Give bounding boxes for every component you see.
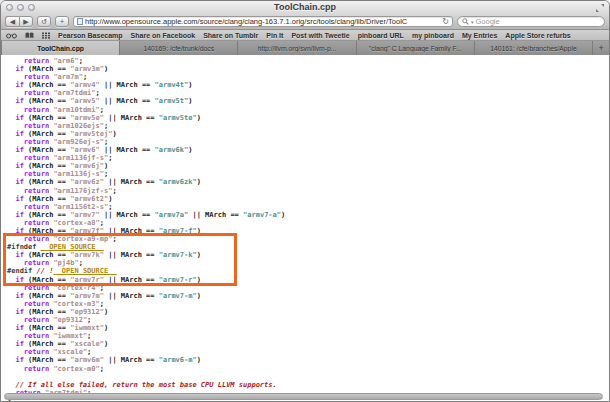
tab-4[interactable]: 140161: /cfe/branches/Apple (475, 41, 593, 55)
tab-label: http://llvm.org/svn/llvm-p... (258, 45, 337, 52)
code-line: if (MArch == "armv3m") (7, 65, 609, 73)
zoom-button[interactable] (28, 4, 35, 11)
tab-3[interactable]: "clang" C Language Family F... (357, 41, 475, 55)
code-line: if (MArch == "armv6t2") (7, 195, 609, 203)
code-line: if (MArch == "armv7m" || MArch == "armv7… (7, 292, 609, 300)
new-tab-toolbar-button[interactable]: + (55, 16, 69, 27)
top-sites-grid-icon[interactable] (42, 32, 50, 39)
reload-icon[interactable]: ↻ (442, 17, 449, 26)
code-line: return "arm1136jf-s"; (7, 154, 609, 162)
back-forward-group: ◀ ▶ (5, 16, 33, 27)
circular-arrow-icon: ↺ (41, 18, 47, 25)
search-icon (462, 18, 469, 25)
url-text[interactable]: http://www.opensource.apple.com/source/c… (85, 17, 440, 26)
bookmark-item[interactable]: pinboard URL (358, 32, 404, 39)
bookmark-item[interactable]: Pearson Basecamp (58, 32, 123, 39)
bookmark-item[interactable]: Pin It (266, 32, 283, 39)
bookmark-item[interactable]: Share on Facebook (131, 32, 196, 39)
code-line: if (MArch == "armv6m" || MArch == "armv6… (7, 356, 609, 364)
page-content: return "arm6"; if (MArch == "armv3m") re… (1, 55, 609, 401)
close-button[interactable] (6, 4, 13, 11)
tab-label: "clang" C Language Family F... (369, 45, 462, 52)
reading-list-glasses-icon[interactable] (6, 32, 17, 39)
safari-window: ToolChain.cpp ◀ ▶ ↺ + http://www.opensou… (0, 0, 610, 402)
tab-active[interactable]: ToolChain.cpp (1, 41, 120, 55)
code-line: return "arm1136j-s"; (7, 170, 609, 178)
forward-arrow-icon: ▶ (23, 18, 28, 25)
navigation-toolbar: ◀ ▶ ↺ + http://www.opensource.apple.com/… (1, 14, 609, 30)
tab-label: 140169: /cfe/trunk/docs (143, 45, 214, 52)
code-line: if (MArch == "armv5e" || MArch == "armv5… (7, 114, 609, 122)
code-line: return "arm1026ejs"; (7, 122, 609, 130)
code-line: return "xscale"; (7, 348, 609, 356)
code-line: if (MArch == "armv6z" || MArch == "armv6… (7, 178, 609, 186)
code-line: return "arm1176jzf-s"; (7, 187, 609, 195)
code-line: return "ep9312"; (7, 316, 609, 324)
code-line: if (MArch == "armv6j") (7, 162, 609, 170)
bookmark-item[interactable]: Post with Tweetie (291, 32, 349, 39)
code-line: if (MArch == "armv6" || MArch == "armv6k… (7, 146, 609, 154)
code-line: if (MArch == "xscale") (7, 340, 609, 348)
highlight-box (3, 233, 237, 286)
new-tab-button[interactable]: + (593, 41, 609, 55)
search-placeholder: Google (476, 17, 500, 26)
tab-2[interactable]: http://llvm.org/svn/llvm-p... (238, 41, 356, 55)
bookmarks-bar: Pearson BasecampShare on FacebookShare o… (1, 30, 609, 41)
back-button[interactable]: ◀ (5, 16, 19, 27)
code-line: return "arm7m"; (7, 73, 609, 81)
address-bar[interactable]: http://www.opensource.apple.com/source/c… (73, 16, 453, 27)
history-swirl-button[interactable]: ↺ (37, 16, 51, 27)
fullscreen-icon[interactable] (596, 4, 604, 12)
title-bar[interactable]: ToolChain.cpp (1, 1, 609, 14)
code-line: return "cortex-m0"; (7, 365, 609, 373)
tab-label: 140161: /cfe/branches/Apple (490, 45, 577, 52)
bookmark-item[interactable]: my pinboard (412, 32, 454, 39)
bookmarks-book-icon[interactable] (25, 32, 34, 39)
plus-icon: + (60, 18, 64, 25)
code-line: return "iwmmxt"; (7, 332, 609, 340)
back-arrow-icon: ◀ (10, 18, 15, 25)
tab-1[interactable]: 140169: /cfe/trunk/docs (120, 41, 238, 55)
code-line: if (MArch == "ep9312") (7, 308, 609, 316)
code-area: return "arm6"; if (MArch == "armv3m") re… (1, 55, 609, 401)
code-line: return "cortex-m3"; (7, 300, 609, 308)
bookmark-item[interactable]: Apple Store refurbs (505, 32, 570, 39)
traffic-lights (6, 4, 35, 11)
code-line: if (MArch == "armv4" || MArch == "armv4t… (7, 81, 609, 89)
code-line: if (MArch == "armv5tej") (7, 130, 609, 138)
forward-button[interactable]: ▶ (19, 16, 33, 27)
bookmark-item[interactable]: My Entries (462, 32, 497, 39)
code-line: // If all else failed, return the most b… (7, 381, 609, 389)
search-field[interactable]: ▾ Google (457, 16, 605, 27)
code-line: if (MArch == "iwmmxt") (7, 324, 609, 332)
tab-label: ToolChain.cpp (37, 45, 84, 52)
code-line: if (MArch == "armv5" || MArch == "armv5t… (7, 97, 609, 105)
code-line: return "cortex-a8"; (7, 219, 609, 227)
code-line: return "arm926ej-s"; (7, 138, 609, 146)
window-title: ToolChain.cpp (1, 1, 609, 14)
code-line: if (MArch == "armv7" || MArch == "armv7a… (7, 211, 609, 219)
code-line: return "arm10tdmi"; (7, 106, 609, 114)
search-engine-caret-icon: ▾ (471, 19, 474, 25)
page-favicon-icon (77, 18, 83, 25)
horizontal-scrollbar[interactable] (4, 393, 603, 400)
bookmark-item[interactable]: Share on Tumblr (203, 32, 258, 39)
code-line: return "arm7tdmi"; (7, 89, 609, 97)
minimize-button[interactable] (17, 4, 24, 11)
code-line (7, 373, 609, 381)
code-line: return "arm1156t2-s"; (7, 203, 609, 211)
tab-bar: ToolChain.cpp140169: /cfe/trunk/docshttp… (1, 41, 609, 55)
code-line: return "arm6"; (7, 57, 609, 65)
